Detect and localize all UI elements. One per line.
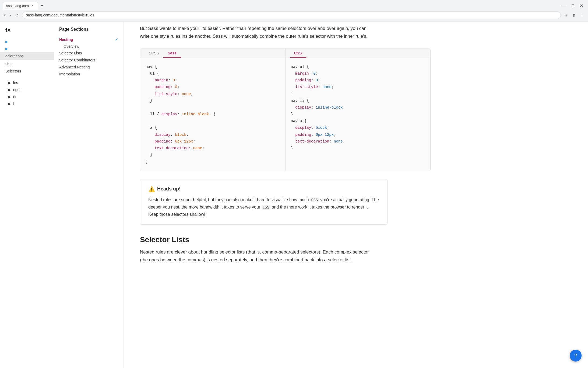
sidebar-item-label-declarations: eclarations (5, 54, 24, 58)
heads-up-text: Nested rules are super helpful, but they… (148, 196, 379, 218)
sidebar-sub-label-1: les (13, 81, 18, 85)
section-item-label-selector-combinators: Selector Combinators (59, 58, 96, 62)
section-item-label-advanced-nesting: Advanced Nesting (59, 65, 90, 69)
heads-up-box: ⚠️ Heads up! Nested rules are super help… (140, 179, 388, 225)
intro-paragraph: But Sass wants to make your life easier.… (140, 25, 371, 40)
section-item-label-nesting: Nesting (59, 37, 73, 42)
section-sub-label-overview: Overview (64, 44, 79, 48)
sidebar-item-label-selectors: Selectors (5, 69, 21, 73)
section-item-advanced-nesting[interactable]: Advanced Nesting (59, 64, 118, 71)
sidebar-main-title: ts (0, 27, 59, 38)
sidebar-sub-label-3: ne (13, 95, 17, 99)
main-content: Nesting But Sass wants to make your life… (124, 0, 447, 272)
address-bar: ‹ › ↺ ☆ ⬆ ⋮ (0, 10, 588, 22)
browser-chrome: sass-lang.com ✕ + — □ ✕ ‹ › ↺ ☆ ⬆ ⋮ (0, 0, 588, 22)
heads-up-title: ⚠️ Heads up! (148, 186, 379, 192)
arrow-icon-sub2: ▶ (8, 88, 11, 92)
browser-tab-active[interactable]: sass-lang.com ✕ (3, 2, 38, 10)
heads-up-title-text: Heads up! (157, 186, 181, 192)
tab-sass[interactable]: Sass (163, 49, 181, 58)
tab-scss[interactable]: SCSS (145, 49, 163, 58)
sidebar-sub-label-4: I (13, 102, 14, 106)
section-item-selector-lists[interactable]: Selector Lists (59, 50, 118, 57)
new-tab-button[interactable]: + (39, 3, 45, 9)
section-item-interpolation[interactable]: Interpolation (59, 71, 118, 78)
left-sidebar: ts ▶ ▶ eclarations ctor Selectors ▶ les … (0, 22, 59, 272)
sidebar-item-ctor[interactable]: ctor (0, 60, 59, 67)
tab-close-button[interactable]: ✕ (30, 4, 34, 8)
arrow-icon: ▶ (5, 40, 8, 44)
sidebar-item-selectors[interactable]: Selectors (0, 67, 59, 75)
sidebar-item-arrow1[interactable]: ▶ (0, 38, 59, 45)
sidebar-item-arrow2[interactable]: ▶ (0, 45, 59, 52)
tab-css[interactable]: CSS (290, 49, 306, 58)
arrow-icon-sub1: ▶ (8, 81, 11, 85)
arrow-icon-2: ▶ (5, 47, 8, 51)
warning-icon: ⚠️ (148, 186, 155, 192)
minimize-icon[interactable]: — (559, 2, 568, 10)
restore-icon[interactable]: □ (569, 2, 576, 9)
arrow-icon-sub4: ▶ (8, 102, 11, 106)
section-sub-item-overview[interactable]: Overview (59, 43, 118, 50)
section-item-label-interpolation: Interpolation (59, 72, 80, 76)
settings-icon[interactable]: ⋮ (579, 12, 585, 19)
code-tab-bar-left: SCSS Sass (140, 49, 285, 58)
code-block-container: SCSS Sass nav { ul { margin: 0; padding:… (140, 48, 431, 171)
section-item-label-selector-lists: Selector Lists (59, 51, 82, 55)
section-item-selector-combinators[interactable]: Selector Combinators (59, 57, 118, 64)
code-tab-bar-right: CSS (286, 49, 431, 58)
code-panel-css: CSS nav ul { margin: 0; padding: 0; list… (285, 49, 431, 171)
css-code: nav ul { margin: 0; padding: 0; list-sty… (286, 58, 431, 157)
share-icon[interactable]: ⬆ (571, 12, 577, 19)
sidebar-item-label-ctor: ctor (5, 61, 12, 66)
section-item-nesting[interactable]: Nesting ✓ (59, 36, 118, 43)
code-panel-sass: SCSS Sass nav { ul { margin: 0; padding:… (140, 49, 285, 171)
sidebar-sub-item-4[interactable]: ▶ I (0, 100, 59, 107)
sidebar-sub-item-1[interactable]: ▶ les (0, 79, 59, 86)
sass-code: nav { ul { margin: 0; padding: 0; list-s… (140, 58, 285, 171)
back-button[interactable]: ‹ (3, 12, 6, 19)
bookmark-icon[interactable]: ☆ (563, 12, 569, 19)
arrow-icon-sub3: ▶ (8, 95, 11, 99)
sections-title: Page Sections (59, 27, 118, 32)
forward-button[interactable]: › (8, 12, 12, 19)
tab-bar: sass-lang.com ✕ + — □ ✕ (0, 0, 588, 10)
sections-sidebar: Page Sections Nesting ✓ Overview Selecto… (54, 22, 124, 272)
sidebar-sub-item-3[interactable]: ▶ ne (0, 93, 59, 100)
close-window-icon[interactable]: ✕ (578, 2, 585, 9)
url-input[interactable] (22, 11, 561, 19)
css-inline-1: CSS (310, 197, 319, 202)
tab-title: sass-lang.com (6, 4, 29, 8)
sidebar-sub-item-2[interactable]: ▶ nges (0, 86, 59, 93)
selector-lists-heading: Selector Lists (140, 235, 431, 244)
nesting-checkmark: ✓ (115, 37, 118, 42)
sidebar-sub-label-2: nges (13, 88, 21, 92)
selector-lists-intro: Nested rules are clever about handling s… (140, 248, 371, 264)
refresh-button[interactable]: ↺ (14, 12, 20, 19)
sidebar-item-declarations[interactable]: eclarations (0, 52, 59, 60)
css-inline-2: CSS (262, 205, 270, 210)
